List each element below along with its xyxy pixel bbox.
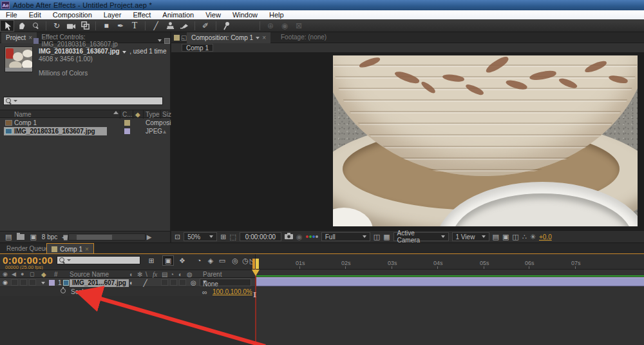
project-row-img[interactable]: IMG_20180316_163607.jpg JPEG ▴ xyxy=(0,127,170,135)
fast-previews-icon[interactable]: ◫ xyxy=(374,233,380,241)
chevron-down-icon[interactable] xyxy=(256,37,260,39)
menu-composition[interactable]: Composition xyxy=(47,11,98,19)
composition-viewer[interactable] xyxy=(171,53,644,230)
comp-flowchart-icon[interactable]: ▣ xyxy=(502,233,509,241)
column-size[interactable]: Siz xyxy=(162,111,171,118)
frame-blend-toggle[interactable] xyxy=(161,279,168,286)
parent-select[interactable]: None xyxy=(200,279,251,286)
layer-label-swatch[interactable] xyxy=(49,280,55,286)
selection-tool-icon[interactable] xyxy=(0,20,14,32)
type-tool-icon[interactable]: T xyxy=(128,20,142,32)
solo-toggle[interactable] xyxy=(20,279,27,286)
exposure-icon[interactable]: ✳ xyxy=(530,233,536,241)
hide-shy-layers-icon[interactable]: ◔ xyxy=(193,255,205,266)
menu-file[interactable]: File xyxy=(0,11,23,19)
viewer-timecode[interactable]: 0:00:00:00 xyxy=(240,232,281,241)
stopwatch-icon[interactable] xyxy=(61,288,66,293)
project-search-input[interactable] xyxy=(3,97,163,105)
shy-switch-icon[interactable]: ◖ xyxy=(129,271,133,278)
motion-blur-icon[interactable]: ▭ xyxy=(216,255,228,266)
frame-blend-switch-icon[interactable]: ▤ xyxy=(162,271,167,278)
close-icon[interactable]: × xyxy=(28,34,32,41)
menu-help[interactable]: Help xyxy=(263,11,290,19)
time-ruler[interactable]: 01s 02s 03s 04s 05s 06s 07s xyxy=(256,254,644,270)
timeline-search-input[interactable] xyxy=(57,256,140,264)
lock-toggle[interactable] xyxy=(29,279,36,286)
tab-project[interactable]: Project × xyxy=(1,32,37,43)
scale-value[interactable]: 100.0,100.0% xyxy=(213,288,252,295)
composition-image[interactable] xyxy=(333,55,638,226)
parent-column-label[interactable]: Parent xyxy=(203,271,222,278)
roi-icon[interactable]: ⬚ xyxy=(229,233,236,241)
clone-stamp-tool-icon[interactable] xyxy=(163,20,177,32)
new-folder-icon[interactable] xyxy=(17,234,24,240)
snapshot-camera-icon[interactable] xyxy=(285,233,293,241)
item-name[interactable]: Comp 1 xyxy=(14,119,37,126)
magnification-select[interactable]: 50% xyxy=(184,232,217,241)
parent-pickwhip-icon[interactable]: ◎ xyxy=(191,279,196,286)
live-update-icon[interactable]: ▣ xyxy=(162,255,174,266)
label-tag-icon[interactable]: ◆ xyxy=(135,111,140,118)
scroll-left-icon[interactable]: ◀ xyxy=(62,233,67,241)
safe-margins-icon[interactable]: ⊞ xyxy=(220,233,226,241)
constrain-link-icon[interactable]: ∞ xyxy=(202,288,207,296)
threed-switch-icon[interactable]: ◍ xyxy=(187,271,193,278)
show-snapshot-icon[interactable]: ◉ xyxy=(296,233,303,241)
show-channels-icon[interactable] xyxy=(306,235,318,238)
timeline-empty-area[interactable] xyxy=(256,286,644,345)
label-swatch[interactable] xyxy=(124,128,130,134)
quality-switch-icon[interactable]: \ xyxy=(146,271,147,278)
scroll-thumb[interactable] xyxy=(77,235,112,240)
tab-composition[interactable]: Composition: Comp 1 × xyxy=(187,32,270,43)
layer-duration-bar[interactable] xyxy=(256,277,644,286)
menu-layer[interactable]: Layer xyxy=(98,11,128,19)
footage-name[interactable]: IMG_20180316_163607.jpg xyxy=(39,48,120,55)
adjustment-switch-icon[interactable]: ◐ xyxy=(178,271,182,278)
eraser-tool-icon[interactable] xyxy=(177,20,191,32)
bit-depth-label[interactable]: 8 bpc xyxy=(42,233,57,241)
hand-tool-icon[interactable] xyxy=(14,20,28,32)
horizontal-scrollbar[interactable]: ◀ ▶ xyxy=(62,233,158,241)
camera-select[interactable]: Active Camera xyxy=(393,232,449,241)
motion-blur-switch-icon[interactable]: ◔ xyxy=(170,271,174,278)
effects-switch-icon[interactable]: fx xyxy=(153,271,157,278)
brush-tool-icon[interactable]: ╱ xyxy=(149,20,163,32)
pan-behind-tool-icon[interactable] xyxy=(78,20,92,32)
project-row-comp1[interactable]: Comp 1 Composi... ∴ xyxy=(0,119,170,127)
mini-flowchart-icon[interactable]: ∴ xyxy=(522,233,527,241)
camera-tool-icon[interactable] xyxy=(64,20,78,32)
sort-ascending-icon[interactable] xyxy=(113,111,118,114)
region-of-interest-icon[interactable]: ⊡ xyxy=(175,233,180,241)
composition-crumb[interactable]: Comp 1 xyxy=(182,44,213,52)
layer-shy-icon[interactable]: ◖ xyxy=(129,279,133,286)
chevron-down-icon[interactable] xyxy=(122,51,126,54)
item-name[interactable]: IMG_20180316_163607.jpg xyxy=(14,128,95,135)
scroll-right-icon[interactable]: ▶ xyxy=(147,233,152,241)
close-icon[interactable]: × xyxy=(85,246,89,253)
menu-edit[interactable]: Edit xyxy=(23,11,47,19)
transparency-grid-icon[interactable]: ▦ xyxy=(383,233,390,241)
work-area-markers[interactable] xyxy=(252,259,259,269)
column-name[interactable]: Name xyxy=(14,111,32,118)
tab-render-queue[interactable]: Render Queue xyxy=(6,245,49,252)
rectangle-tool-icon[interactable]: ■ xyxy=(99,20,113,32)
puppet-pin-tool-icon[interactable] xyxy=(220,20,234,32)
draft-3d-icon[interactable]: ❖ xyxy=(176,255,188,266)
panel-menu-icon[interactable] xyxy=(164,38,170,44)
mini-flowchart-icon[interactable]: ⊞ xyxy=(146,255,157,266)
close-icon[interactable]: × xyxy=(262,34,266,41)
expand-arrow-icon[interactable] xyxy=(41,282,45,284)
reset-exposure-icon[interactable]: ◫ xyxy=(512,233,518,241)
new-composition-icon[interactable]: ▣ xyxy=(30,233,36,241)
cti-handle-icon[interactable] xyxy=(252,270,260,276)
tab-timeline-comp1[interactable]: Comp 1 × xyxy=(46,243,94,254)
threed-toggle[interactable] xyxy=(179,279,186,286)
search-options-icon[interactable] xyxy=(14,100,17,102)
frame-blending-icon[interactable]: ◈ xyxy=(205,255,216,266)
footage-thumbnail[interactable] xyxy=(5,46,33,72)
layer-visibility-icon[interactable]: ◉ xyxy=(3,279,8,286)
exposure-value[interactable]: +0.0 xyxy=(539,233,552,241)
menu-window[interactable]: Window xyxy=(227,11,263,19)
resolution-select[interactable]: Full xyxy=(321,232,370,241)
motion-blur-toggle[interactable] xyxy=(170,279,177,286)
